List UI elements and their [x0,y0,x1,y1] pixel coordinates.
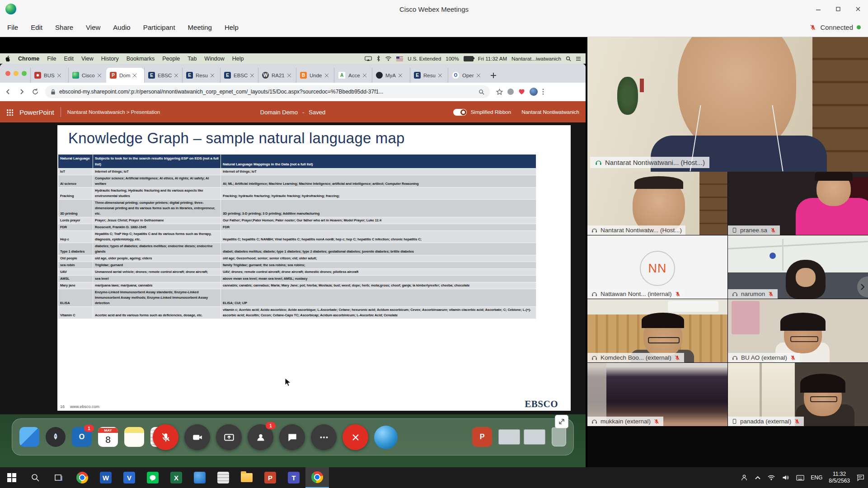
participant-tile-bu-ao[interactable]: BU AO (external) [728,299,868,362]
tab-close-icon[interactable] [363,74,366,77]
menu-participant[interactable]: Participant [143,23,175,31]
tab-close-icon[interactable] [287,74,291,77]
window-thumbnail[interactable] [524,429,545,445]
input-source[interactable]: U.S. Extended [408,56,441,61]
mac-menu-bookmarks[interactable]: Bookmarks [127,56,155,62]
mac-menu-edit[interactable]: Edit [64,56,74,62]
mac-menu-view[interactable]: View [81,56,94,62]
document-title[interactable]: Domain Demo [260,109,298,116]
account-name[interactable]: Nantarat Nontiwatwanich [521,109,579,115]
taskbar-teams[interactable]: T [282,467,305,488]
finder-icon[interactable] [19,427,39,447]
chat-button[interactable] [279,424,305,450]
tab-close-icon[interactable] [477,74,480,77]
mac-account[interactable]: Nantarat...iwatwanich [511,56,561,61]
wifi-icon[interactable] [385,56,392,61]
taskbar-powerpoint[interactable]: P [258,467,282,488]
active-speaker-video[interactable]: Nantarat Nontiwatwani... (Host...) [587,37,868,172]
window-thumbnail[interactable] [498,429,520,445]
tab-ra21[interactable]: WRA21 [258,68,296,83]
powerpoint-dock-icon[interactable]: P [472,427,492,447]
window-previews[interactable] [498,429,545,445]
participant-tile-nantarat[interactable]: Nantarat Nontiwatw... (Host...) [587,172,727,235]
taskbar-clock[interactable]: 11:32 8/5/2563 [829,471,850,484]
zoom-icon[interactable] [479,89,484,95]
mac-active-app[interactable]: Chrome [18,56,39,62]
reload-button[interactable] [32,88,41,95]
taskbar-blue-app[interactable] [188,467,211,488]
tab-close-icon[interactable] [211,74,214,77]
tab-close-icon[interactable] [325,74,328,77]
tab-bus[interactable]: BUS [30,68,68,83]
leave-meeting-button[interactable] [343,424,368,450]
tab-close-icon[interactable] [438,74,442,77]
powerpoint-app-name[interactable]: PowerPoint [19,108,54,116]
address-bar[interactable]: ebscoind-my.sharepoint.com/:p:/r/persona… [45,85,490,98]
mac-menu-history[interactable]: History [101,56,119,62]
tab-ebsco-2[interactable]: EEBSC [220,68,258,83]
notification-center-icon[interactable] [576,56,581,61]
tab-myaccount[interactable]: MyA [372,68,410,83]
unmute-button[interactable] [153,424,178,450]
menu-share[interactable]: Share [55,23,73,31]
taskbar-file-explorer[interactable] [235,467,258,488]
menu-file[interactable]: File [7,23,18,31]
mac-clock[interactable]: Fri 11:32 AM [478,56,507,61]
network-icon[interactable] [767,474,775,481]
extension-icon[interactable] [507,89,514,95]
camera-button[interactable] [184,424,210,450]
more-options-button[interactable] [311,424,337,450]
taskbar-excel[interactable]: X [164,467,188,488]
start-button[interactable] [0,467,23,488]
tab-close-icon[interactable] [399,74,402,77]
simplified-ribbon-toggle[interactable] [453,109,467,116]
outlook-icon[interactable]: O1 [72,427,92,447]
spotlight-icon[interactable] [566,56,571,61]
volume-icon[interactable] [782,474,790,481]
menu-meeting[interactable]: Meeting [188,23,212,31]
forward-button[interactable] [18,88,27,95]
tab-results-2[interactable]: EResu [410,68,448,83]
participant-tile-pranee[interactable]: pranee.sa [728,172,868,235]
battery-icon[interactable] [464,56,474,61]
tab-open[interactable]: OOper [448,68,486,83]
tab-close-icon[interactable] [133,74,136,77]
back-button[interactable] [5,88,14,95]
taskbar-search-button[interactable] [23,467,47,488]
launchpad-icon[interactable] [46,427,66,447]
menu-edit[interactable]: Edit [31,23,42,31]
kebab-menu-icon[interactable] [542,89,544,95]
tab-close-icon[interactable] [98,74,101,77]
mac-menu-window[interactable]: Window [204,56,224,62]
notes-icon[interactable] [124,427,144,447]
taskbar-visio[interactable]: V [117,467,141,488]
menu-help[interactable]: Help [225,23,239,31]
menu-audio[interactable]: Audio [113,23,130,31]
tab-domain-demo[interactable]: PDom [106,68,144,83]
mac-window-controls[interactable] [3,64,30,83]
mac-menu-help[interactable]: Help [232,56,244,62]
bluetooth-icon[interactable] [376,56,380,61]
participant-tile-komdech[interactable]: Komdech Boo... (external) [587,299,727,362]
participant-tile-narumon[interactable]: narumon [728,235,868,299]
tab-close-icon[interactable] [57,74,61,77]
notifications-icon[interactable] [856,474,864,481]
tab-close-icon[interactable] [250,74,254,77]
taskbar-chrome-active[interactable] [305,467,329,488]
task-view-button[interactable] [47,467,70,488]
keyboard-icon[interactable] [796,475,804,481]
taskbar-notepad[interactable] [211,467,235,488]
us-flag-icon[interactable] [396,56,403,61]
taskbar-word[interactable]: W [94,467,117,488]
participant-tile-panadda[interactable]: panadda (external) [728,363,868,426]
share-screen-button[interactable] [216,424,242,450]
mac-menu-tab[interactable]: Tab [188,56,197,62]
participant-tile-mukkain[interactable]: mukkain (external) [587,363,727,426]
airplay-icon[interactable] [365,56,372,61]
mac-menu-people[interactable]: People [162,56,180,62]
app-launcher-icon[interactable] [6,109,13,116]
menu-view[interactable]: View [86,23,100,31]
language-indicator[interactable]: ENG [811,474,822,481]
tab-cisco[interactable]: Cisco [68,68,106,83]
chevron-up-icon[interactable] [755,475,761,480]
